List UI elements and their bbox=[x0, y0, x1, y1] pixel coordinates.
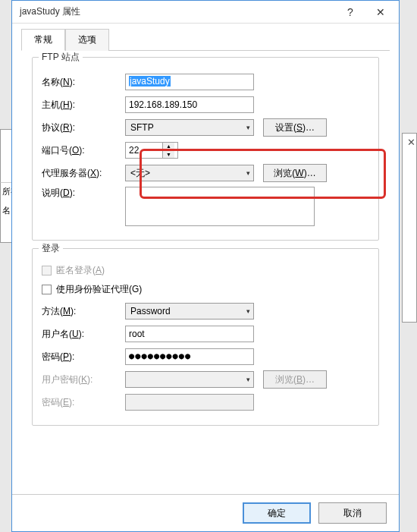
host-label: 主机(H): bbox=[42, 99, 125, 112]
userkey-label: 用户密钥(K): bbox=[42, 373, 125, 386]
ok-button[interactable]: 确定 bbox=[243, 502, 311, 524]
help-button[interactable]: ? bbox=[335, 2, 365, 23]
anon-label: 匿名登录(A) bbox=[56, 264, 105, 277]
desc-label: 说明(D): bbox=[42, 187, 125, 200]
cancel-button[interactable]: 取消 bbox=[318, 502, 387, 524]
login-group: 登录 匿名登录(A) 使用身份验证代理(G) 方法(M): Password ▾… bbox=[32, 248, 379, 426]
chevron-down-icon: ▾ bbox=[246, 307, 250, 315]
proxy-value: <无> bbox=[130, 167, 150, 180]
name-label: 名称(N): bbox=[42, 76, 125, 89]
protocol-value: SFTP bbox=[130, 122, 154, 133]
titlebar: javaStudy 属性 ? ✕ bbox=[12, 1, 399, 24]
pwd-label: 密码(P): bbox=[42, 351, 125, 364]
userkey-select: ▾ bbox=[125, 371, 254, 388]
window-title: javaStudy 属性 bbox=[20, 5, 335, 18]
useauth-checkbox-row[interactable]: 使用身份验证代理(G) bbox=[42, 283, 369, 296]
bg-close-icon: ✕ bbox=[407, 137, 415, 148]
ftp-group: FTP 站点 名称(N): javaStudy 主机(H): 协议(R): SF… bbox=[32, 57, 379, 241]
user-input[interactable] bbox=[125, 326, 254, 342]
protocol-select[interactable]: SFTP ▾ bbox=[125, 119, 254, 136]
ftp-legend: FTP 站点 bbox=[39, 51, 83, 64]
proxy-select[interactable]: <无> ▾ bbox=[125, 165, 254, 181]
chevron-down-icon: ▾ bbox=[246, 376, 250, 383]
pwd2-input bbox=[125, 394, 254, 411]
pwd2-label: 密码(E): bbox=[42, 396, 125, 409]
host-input[interactable] bbox=[125, 96, 254, 113]
port-down-icon[interactable]: ▼ bbox=[163, 151, 174, 159]
port-label: 端口号(O): bbox=[42, 144, 125, 157]
checkbox-icon bbox=[42, 285, 52, 294]
tab-general[interactable]: 常规 bbox=[21, 29, 65, 51]
browse2-button: 浏览(B)… bbox=[263, 370, 327, 389]
method-label: 方法(M): bbox=[42, 305, 125, 318]
chevron-down-icon: ▾ bbox=[246, 124, 250, 131]
properties-dialog: javaStudy 属性 ? ✕ 常规 选项 FTP 站点 名称(N): jav… bbox=[11, 0, 400, 532]
tab-options[interactable]: 选项 bbox=[65, 29, 109, 51]
background-panel-right bbox=[402, 133, 417, 323]
chevron-down-icon: ▾ bbox=[246, 169, 250, 177]
tabs: 常规 选项 bbox=[21, 28, 390, 51]
proxy-label: 代理服务器(X): bbox=[42, 167, 125, 180]
desc-textarea[interactable] bbox=[125, 187, 315, 226]
close-button[interactable]: ✕ bbox=[365, 2, 396, 23]
port-spinner[interactable]: ▲ ▼ bbox=[125, 142, 178, 159]
protocol-label: 协议(R): bbox=[42, 121, 125, 134]
anon-checkbox-row[interactable]: 匿名登录(A) bbox=[42, 264, 369, 277]
pwd-input[interactable]: ●●●●●●●●●● bbox=[125, 348, 254, 365]
settings-button[interactable]: 设置(S)… bbox=[263, 118, 327, 137]
browse-button[interactable]: 浏览(W)… bbox=[263, 164, 327, 182]
port-up-icon[interactable]: ▲ bbox=[163, 143, 174, 151]
checkbox-icon bbox=[42, 266, 52, 275]
useauth-label: 使用身份验证代理(G) bbox=[56, 283, 142, 296]
method-select[interactable]: Password ▾ bbox=[125, 303, 254, 320]
user-label: 用户名(U): bbox=[42, 328, 125, 341]
method-value: Password bbox=[130, 306, 171, 316]
login-legend: 登录 bbox=[39, 242, 63, 255]
port-input[interactable] bbox=[126, 143, 162, 158]
dialog-footer: 确定 取消 bbox=[12, 494, 399, 531]
name-input[interactable]: javaStudy bbox=[125, 74, 254, 90]
